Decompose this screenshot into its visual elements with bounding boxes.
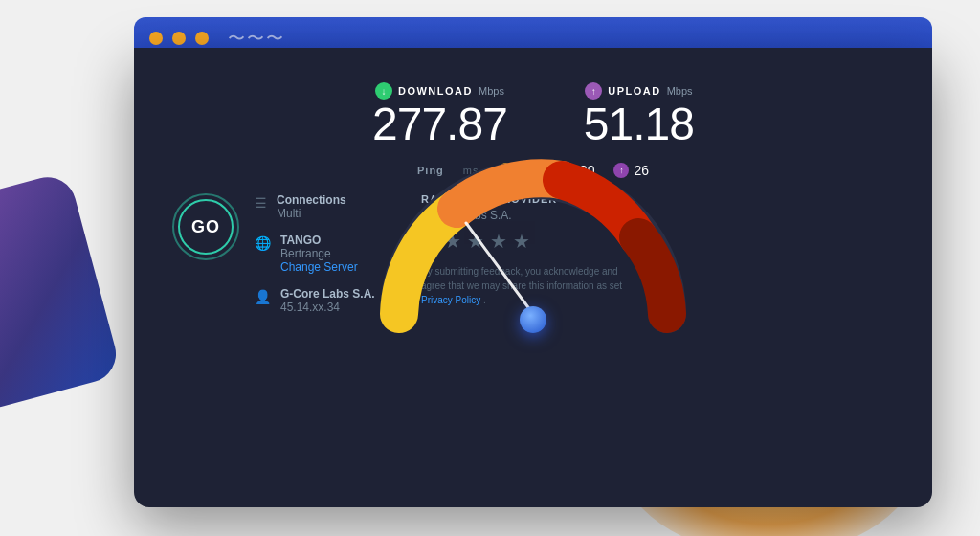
speed-area: ↓ DOWNLOAD Mbps 277.87 ↑ UPLOAD Mbps 51.… (134, 48, 932, 155)
left-panel: GO ☰ Connections Multi 🌐 (172, 193, 383, 314)
browser-dot-2 (172, 32, 186, 45)
upload-block: ↑ UPLOAD Mbps 51.18 (584, 82, 694, 147)
browser-dot-1 (149, 32, 163, 45)
browser-dot-3 (195, 32, 209, 45)
upload-unit: Mbps (667, 85, 693, 97)
browser-squiggle: 〜〜〜 (228, 27, 285, 50)
server-name: TANGO (280, 234, 358, 247)
upload-icon: ↑ (585, 82, 602, 100)
download-value: 277.87 (372, 101, 507, 147)
connections-value: Multi (277, 207, 346, 220)
download-icon: ↓ (375, 82, 392, 100)
go-button-wrapper[interactable]: GO (172, 193, 239, 260)
provider-ip: 45.14.xx.34 (280, 301, 375, 314)
change-server-link[interactable]: Change Server (280, 260, 358, 274)
connections-icon: ☰ (255, 195, 267, 211)
provider-name: G-Core Labs S.A. (280, 287, 375, 301)
provider-row: 👤 G-Core Labs S.A. 45.14.xx.34 (255, 287, 383, 314)
lower-area: GO ☰ Connections Multi 🌐 (134, 178, 932, 324)
upload-label: UPLOAD (608, 85, 660, 97)
app-window: ↓ DOWNLOAD Mbps 277.87 ↑ UPLOAD Mbps 51.… (134, 48, 932, 507)
upload-value: 51.18 (584, 101, 694, 147)
server-content: TANGO Bertrange Change Server (280, 234, 358, 274)
provider-content: G-Core Labs S.A. 45.14.xx.34 (280, 287, 375, 314)
server-icon: 🌐 (255, 235, 271, 251)
download-label: DOWNLOAD (398, 85, 473, 97)
bg-blob-purple (0, 171, 122, 414)
svg-line-0 (466, 223, 533, 314)
server-location: Bertrange (280, 247, 358, 260)
go-row: GO ☰ Connections Multi 🌐 (172, 193, 383, 314)
go-button[interactable]: GO (178, 199, 234, 255)
server-row: 🌐 TANGO Bertrange Change Server (255, 234, 383, 274)
info-rows: ☰ Connections Multi 🌐 TANGO Bertrange Ch… (255, 193, 383, 314)
go-button-text: GO (191, 217, 220, 237)
gauge-ball (520, 306, 546, 333)
provider-icon: 👤 (255, 289, 271, 304)
connections-content: Connections Multi (277, 193, 346, 220)
download-block: ↓ DOWNLOAD Mbps 277.87 (372, 82, 507, 147)
connections-label: Connections (277, 193, 346, 207)
gauge-container (370, 151, 696, 343)
connections-row: ☰ Connections Multi (255, 193, 383, 220)
download-unit: Mbps (479, 85, 504, 97)
